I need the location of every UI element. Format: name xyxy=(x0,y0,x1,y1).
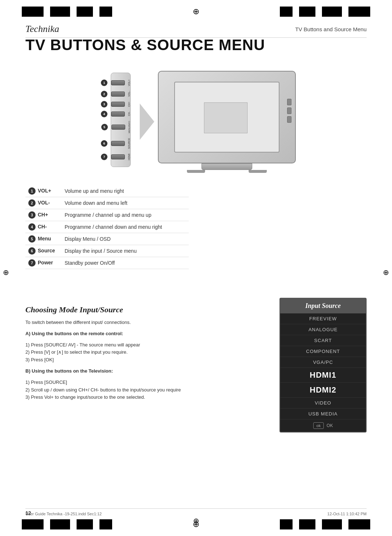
table-row: 7Power Standby power On/Off xyxy=(25,257,189,269)
page-footer: User Guide Technika -19-251.indd Sec1:12… xyxy=(25,508,367,516)
btn-row-6: 6 SOURCE xyxy=(111,138,130,149)
btn-circle: 7 xyxy=(28,259,36,267)
reg-block-white-2 xyxy=(70,7,77,17)
btn-row-5: 5 MENU/INFO xyxy=(111,121,130,133)
arrow-icon xyxy=(140,103,154,140)
btn-num-2: 2 xyxy=(101,91,107,97)
input-source-item: COMPONENT xyxy=(280,346,366,357)
ok-label: OK xyxy=(327,423,333,428)
reg-block-white xyxy=(44,7,50,17)
btn-num-7: 7 xyxy=(101,154,107,160)
reg-block xyxy=(22,7,44,17)
btn-row-2: 2 VOL- xyxy=(111,91,130,97)
side-btn-label-2: VOL- xyxy=(128,91,130,97)
input-source-item: HDMI2 xyxy=(280,383,366,398)
reg-block-white-r3 xyxy=(293,7,299,17)
buttons-table: 1VOL+ Volume up and menu right 2VOL- Vol… xyxy=(25,185,189,269)
reg-block-br2 xyxy=(322,519,342,529)
btn-desc-cell: Volume up and menu right xyxy=(62,185,189,197)
header-title: TV Buttons and Source Menu xyxy=(295,26,367,32)
btn-circle: 3 xyxy=(28,211,36,219)
table-row: 2VOL- Volume down and menu left xyxy=(25,197,189,209)
side-btn-vol-minus xyxy=(111,92,125,97)
right-crosshair: ⊕ xyxy=(383,268,389,277)
reg-block-white-r2 xyxy=(315,7,322,17)
reg-block-bw3 xyxy=(93,519,99,529)
side-panel: 1 VOL+ 2 VOL- 3 CH+ 4 CH- 5 xyxy=(96,73,136,171)
tv-screen-inner xyxy=(204,102,248,133)
tv-side-btn-1 xyxy=(287,99,291,105)
btn-num-4: 4 xyxy=(101,111,107,117)
tv-illustration: 1 VOL+ 2 VOL- 3 CH+ 4 CH- 5 xyxy=(25,64,367,180)
input-source-header: Input Source xyxy=(280,299,366,313)
choosing-section: Choosing Mode Input/Source To switch bet… xyxy=(25,305,196,405)
side-btn-vol-plus xyxy=(111,80,125,85)
side-btn-label-4: CH- xyxy=(128,111,130,116)
ok-icon: ok xyxy=(313,422,324,429)
tv-feet xyxy=(187,170,267,173)
btn-row-1: 1 VOL+ xyxy=(111,80,130,86)
tv-monitor-outer xyxy=(158,71,296,163)
reg-block-b2 xyxy=(50,519,70,529)
input-source-item: HDMI1 xyxy=(280,368,366,383)
side-btn-label-6: SOURCE xyxy=(128,138,130,149)
btn-row-7: 7 HDMI xyxy=(111,154,130,160)
input-source-item: VIDEO xyxy=(280,398,366,409)
side-btn-menu xyxy=(111,125,125,130)
input-source-footer: ok OK xyxy=(280,419,366,432)
tv-foot-left xyxy=(187,170,205,173)
btn-desc-cell: Display Menu / OSD xyxy=(62,233,189,245)
choosing-section-b-steps: 1) Press [SOURCE] 2) Scroll up / down us… xyxy=(25,379,196,401)
table-row: 4CH- Programme / channel down and menu r… xyxy=(25,221,189,233)
tv-monitor xyxy=(158,71,296,172)
btn-label-cell: 6Source xyxy=(25,245,62,257)
tv-side-btn-3 xyxy=(287,116,291,123)
reg-block-r1 xyxy=(348,7,370,17)
reg-block-bwr1 xyxy=(342,519,348,529)
reg-block-r4 xyxy=(280,7,293,17)
reg-block-white-3 xyxy=(93,7,99,17)
btn-desc-cell: Volume down and menu left xyxy=(62,197,189,209)
brand-logo: Technika xyxy=(25,24,59,34)
btn-num-1: 1 xyxy=(101,80,107,86)
side-btn-label-7: HDMI xyxy=(128,154,130,160)
reg-block-b1 xyxy=(22,519,44,529)
reg-block-r2 xyxy=(322,7,342,17)
left-crosshair: ⊕ xyxy=(3,268,9,277)
tv-stand xyxy=(201,163,252,170)
table-row: 6Source Display the input / Source menu xyxy=(25,245,189,257)
side-btn-ch-minus xyxy=(111,111,125,117)
btn-circle: 4 xyxy=(28,223,36,231)
btn-label-cell: 2VOL- xyxy=(25,197,62,209)
reg-block-3 xyxy=(77,7,93,17)
reg-block-4 xyxy=(99,7,112,17)
reg-block-br4 xyxy=(280,519,293,529)
choosing-title: Choosing Mode Input/Source xyxy=(25,305,196,314)
input-source-item: VGA/PC xyxy=(280,357,366,368)
tv-side-buttons xyxy=(287,99,291,123)
reg-block-br1 xyxy=(348,519,370,529)
reg-block-white-r1 xyxy=(342,7,348,17)
table-row: 3CH+ Programme / channel up and menu up xyxy=(25,209,189,221)
reg-strip-top xyxy=(22,7,370,17)
btn-circle: 6 xyxy=(28,247,36,255)
btn-label-cell: 4CH- xyxy=(25,221,62,233)
reg-block-bwr2 xyxy=(315,519,322,529)
btn-row-4: 4 CH- xyxy=(111,111,130,117)
input-source-item: ANALOGUE xyxy=(280,324,366,335)
btn-label-cell: 1VOL+ xyxy=(25,185,62,197)
choosing-section-a-steps: 1) Press [SOURCE/ AV] - The source menu … xyxy=(25,341,196,364)
btn-circle: 5 xyxy=(28,235,36,243)
btn-circle: 1 xyxy=(28,187,36,195)
btn-desc-cell: Display the input / Source menu xyxy=(62,245,189,257)
btn-row-3: 3 CH+ xyxy=(111,102,130,107)
side-btn-ch-plus xyxy=(111,102,125,107)
input-source-item: FREEVIEW xyxy=(280,313,366,324)
btn-desc-cell: Standby power On/Off xyxy=(62,257,189,269)
input-source-items: FREEVIEWANALOGUESCARTCOMPONENTVGA/PCHDMI… xyxy=(280,313,366,419)
footer-right: 12-Oct-11 1:10:42 PM xyxy=(327,512,367,516)
reg-block-bw1 xyxy=(44,519,50,529)
reg-block-b3 xyxy=(77,519,93,529)
side-btn-label-5: MENU/INFO xyxy=(128,121,130,133)
footer-left: User Guide Technika -19-251.indd Sec1:12 xyxy=(25,512,102,516)
